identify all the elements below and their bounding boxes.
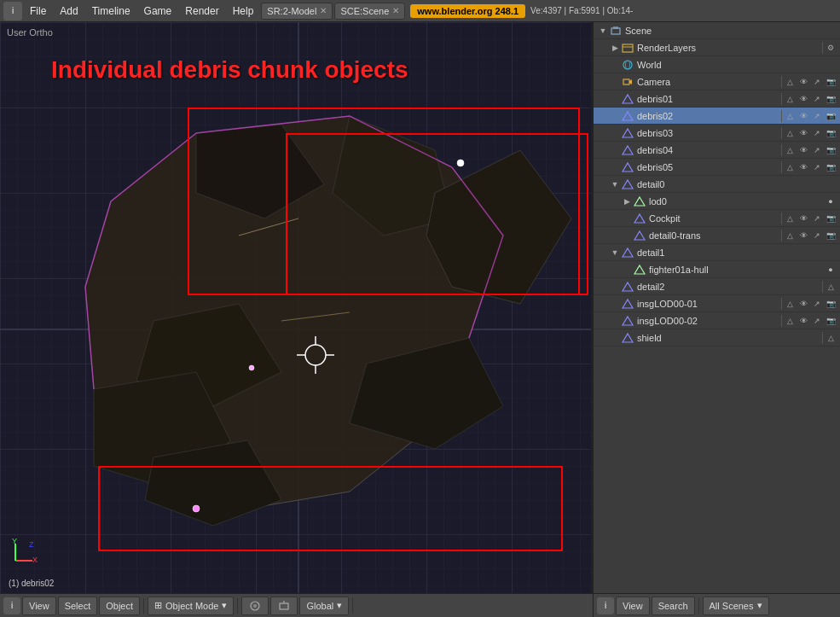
outliner-item-insgLOD00-02[interactable]: insgLOD00-02 △ 👁 ↗ 📷: [594, 312, 840, 329]
outliner-item-world[interactable]: World: [594, 56, 840, 73]
outliner-item-detail0[interactable]: ▼ detail0: [594, 176, 840, 193]
insg01-eye-icon[interactable]: 👁: [797, 298, 809, 310]
insg02-cursor-icon[interactable]: ↗: [811, 315, 823, 327]
menu-add[interactable]: Add: [54, 3, 84, 19]
camera-eye-icon[interactable]: 👁: [797, 76, 809, 88]
debris03-render-icon[interactable]: 📷: [825, 127, 837, 139]
global-label: Global: [306, 601, 333, 611]
object-mode-label: Object Mode: [165, 601, 218, 611]
bottom-divider-2: [237, 598, 238, 614]
outliner-item-debris02[interactable]: debris02 △ 👁 ↗ 📷: [594, 108, 840, 125]
debris04-arrow: [609, 146, 621, 154]
outliner-item-camera[interactable]: Camera △ 👁 ↗ 📷: [594, 73, 840, 90]
detail0trans-label: detail0-trans: [649, 230, 781, 241]
outliner-item-debris05[interactable]: debris05 △ 👁 ↗ 📷: [594, 159, 840, 176]
cockpit-eye-icon[interactable]: 👁: [797, 212, 809, 224]
view-button[interactable]: View: [22, 597, 56, 615]
insg01-cursor-icon[interactable]: ↗: [811, 298, 823, 310]
outliner-item-detail1[interactable]: ▼ detail1: [594, 244, 840, 261]
debris05-eye-icon[interactable]: 👁: [797, 161, 809, 173]
debris01-render-icon[interactable]: 📷: [825, 93, 837, 105]
menu-file[interactable]: File: [24, 3, 52, 19]
cockpit-cursor-icon[interactable]: ↗: [811, 212, 823, 224]
menu-timeline[interactable]: Timeline: [86, 3, 136, 19]
object-button[interactable]: Object: [99, 597, 140, 615]
all-scenes-button[interactable]: All Scenes ▾: [703, 597, 769, 615]
debris02-render-icon[interactable]: 📷: [825, 110, 837, 122]
outliner-item-detail0-trans[interactable]: detail0-trans △ 👁 ↗ 📷: [594, 227, 840, 244]
tab-sce-scene[interactable]: SCE:Scene ✕: [334, 3, 405, 20]
outliner-item-detail2[interactable]: detail2 △: [594, 278, 840, 295]
object-mode-chevron: ▾: [222, 600, 227, 611]
outliner-item-debris01[interactable]: debris01 △ 👁 ↗ 📷: [594, 90, 840, 108]
insg01-render-icon[interactable]: 📷: [825, 298, 837, 310]
menu-game[interactable]: Game: [138, 3, 178, 19]
detail0trans-cursor-icon[interactable]: ↗: [811, 230, 823, 242]
debris02-arrow: [609, 112, 621, 120]
outliner-item-scene[interactable]: ▼ Scene: [594, 22, 840, 39]
outliner-item-debris04[interactable]: debris04 △ 👁 ↗ 📷: [594, 142, 840, 159]
svg-marker-40: [623, 180, 633, 189]
renderlayers-settings-icon[interactable]: ⚙: [825, 42, 837, 54]
select-button[interactable]: Select: [58, 597, 98, 615]
top-menu-bar: i File Add Timeline Game Render Help SR:…: [0, 0, 840, 22]
debris03-cursor-icon[interactable]: ↗: [811, 127, 823, 139]
insg02-render-icon[interactable]: 📷: [825, 315, 837, 327]
transform-icon: [248, 599, 262, 613]
detail0trans-arrow: [621, 231, 633, 240]
outliner-item-fighter01a-hull[interactable]: fighter01a-hull ●: [594, 261, 840, 278]
shield-icons: △: [822, 332, 840, 344]
svg-rect-52: [280, 603, 288, 609]
debris05-cursor-icon[interactable]: ↗: [811, 161, 823, 173]
all-scenes-chevron: ▾: [757, 600, 762, 611]
cockpit-arrow: [621, 214, 633, 223]
debris04-eye-icon[interactable]: 👁: [797, 144, 809, 156]
cockpit-render-icon[interactable]: 📷: [825, 212, 837, 224]
outliner-item-cockpit[interactable]: Cockpit △ 👁 ↗ 📷: [594, 210, 840, 227]
outliner-bottom-icon[interactable]: i: [597, 597, 614, 614]
insg02-eye-icon[interactable]: 👁: [797, 315, 809, 327]
debris04-render-icon[interactable]: 📷: [825, 144, 837, 156]
tab-sce-close[interactable]: ✕: [392, 6, 399, 15]
menu-help[interactable]: Help: [227, 3, 260, 19]
outliner-item-debris03[interactable]: debris03 △ 👁 ↗ 📷: [594, 125, 840, 142]
debris03-icon: [621, 126, 634, 140]
debris05-render-icon[interactable]: 📷: [825, 161, 837, 173]
viewport-bottom-icon[interactable]: i: [3, 597, 20, 614]
outliner-item-lod0[interactable]: ▶ lod0 ●: [594, 193, 840, 210]
camera-render-icon[interactable]: 📷: [825, 76, 837, 88]
cockpit-icons: △ 👁 ↗ 📷: [781, 212, 840, 224]
outliner-view-button[interactable]: View: [616, 597, 650, 615]
object-mode-button[interactable]: ⊞ Object Mode ▾: [148, 597, 234, 615]
debris02-eye-icon[interactable]: 👁: [797, 110, 809, 122]
lod0-icons: ●: [825, 195, 840, 207]
blender-icon[interactable]: i: [3, 2, 22, 20]
viewport-3d[interactable]: User Ortho Individual debris chunk objec…: [0, 22, 593, 593]
camera-cursor-icon[interactable]: ↗: [811, 76, 823, 88]
insg01-triangle-icon: △: [784, 298, 796, 310]
menu-render[interactable]: Render: [179, 3, 224, 19]
global-button[interactable]: Global ▾: [299, 597, 349, 615]
detail0trans-render-icon[interactable]: 📷: [825, 230, 837, 242]
outliner-icon-label: i: [605, 601, 606, 610]
snap-btns[interactable]: [270, 597, 298, 615]
transform-icon-btn[interactable]: [241, 597, 269, 615]
tab-sr2-model[interactable]: SR:2-Model ✕: [261, 3, 333, 20]
cockpit-icon: [633, 212, 646, 225]
debris04-cursor-icon[interactable]: ↗: [811, 144, 823, 156]
svg-marker-48: [623, 317, 633, 325]
outliner-search-button[interactable]: Search: [652, 597, 695, 615]
detail0trans-icon: [633, 229, 646, 242]
detail0trans-eye-icon[interactable]: 👁: [797, 230, 809, 242]
debris03-eye-icon[interactable]: 👁: [797, 127, 809, 139]
outliner-item-insgLOD00-01[interactable]: insgLOD00-01 △ 👁 ↗ 📷: [594, 295, 840, 312]
debris01-cursor-icon[interactable]: ↗: [811, 93, 823, 105]
blender-url: www.blender.org 248.1: [410, 4, 525, 18]
svg-text:Z: Z: [29, 540, 34, 549]
debris02-cursor-icon[interactable]: ↗: [811, 110, 823, 122]
debris01-eye-icon[interactable]: 👁: [797, 93, 809, 105]
outliner-item-shield[interactable]: shield △: [594, 329, 840, 346]
outliner-item-renderlayers[interactable]: ▶ RenderLayers ⚙: [594, 39, 840, 56]
debris02-icon: [621, 109, 634, 123]
tab-sr2-close[interactable]: ✕: [320, 6, 327, 15]
